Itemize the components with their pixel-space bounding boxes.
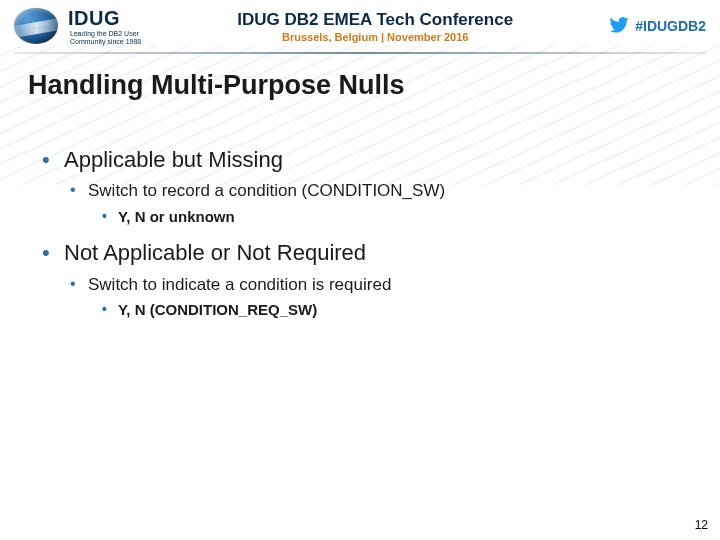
slide: IDUG Leading the DB2 User Community sinc… xyxy=(0,0,720,540)
tagline-line1: Leading the DB2 User xyxy=(70,30,139,37)
slide-body: Applicable but Missing Switch to record … xyxy=(0,147,720,320)
bullet-text: Switch to indicate a condition is requir… xyxy=(88,275,391,294)
brand-name: IDUG xyxy=(68,7,141,30)
bullet-text: Not Applicable or Not Required xyxy=(64,240,366,265)
tagline-line2: Community since 1988 xyxy=(70,38,141,45)
header: IDUG Leading the DB2 User Community sinc… xyxy=(0,0,720,50)
brand-tagline: Leading the DB2 User Community since 198… xyxy=(70,30,141,45)
bullet-item: Y, N (CONDITION_REQ_SW) xyxy=(88,301,690,320)
bullet-list: Applicable but Missing Switch to record … xyxy=(38,147,690,320)
logo-block: IDUG Leading the DB2 User Community sinc… xyxy=(14,7,141,45)
header-rule xyxy=(14,52,706,54)
twitter-icon xyxy=(609,17,629,36)
page-number: 12 xyxy=(695,518,708,532)
conference-block: IDUG DB2 EMEA Tech Conference Brussels, … xyxy=(141,10,609,43)
hashtag-text: #IDUGDB2 xyxy=(635,18,706,34)
globe-icon xyxy=(14,8,58,44)
brand-text: IDUG Leading the DB2 User Community sinc… xyxy=(68,7,141,45)
bullet-item: Switch to indicate a condition is requir… xyxy=(64,274,690,320)
slide-title: Handling Multi-Purpose Nulls xyxy=(28,70,720,101)
conference-subtitle: Brussels, Belgium | November 2016 xyxy=(141,31,609,43)
hashtag-block: #IDUGDB2 xyxy=(609,17,706,36)
bullet-item: Y, N or unknown xyxy=(88,208,690,227)
bullet-text: Y, N or unknown xyxy=(118,208,235,225)
bullet-item: Switch to record a condition (CONDITION_… xyxy=(64,180,690,226)
bullet-text: Applicable but Missing xyxy=(64,147,283,172)
bullet-item: Not Applicable or Not Required Switch to… xyxy=(38,240,690,319)
conference-title: IDUG DB2 EMEA Tech Conference xyxy=(141,10,609,30)
bullet-item: Applicable but Missing Switch to record … xyxy=(38,147,690,226)
bullet-text: Y, N (CONDITION_REQ_SW) xyxy=(118,301,317,318)
bullet-text: Switch to record a condition (CONDITION_… xyxy=(88,181,445,200)
